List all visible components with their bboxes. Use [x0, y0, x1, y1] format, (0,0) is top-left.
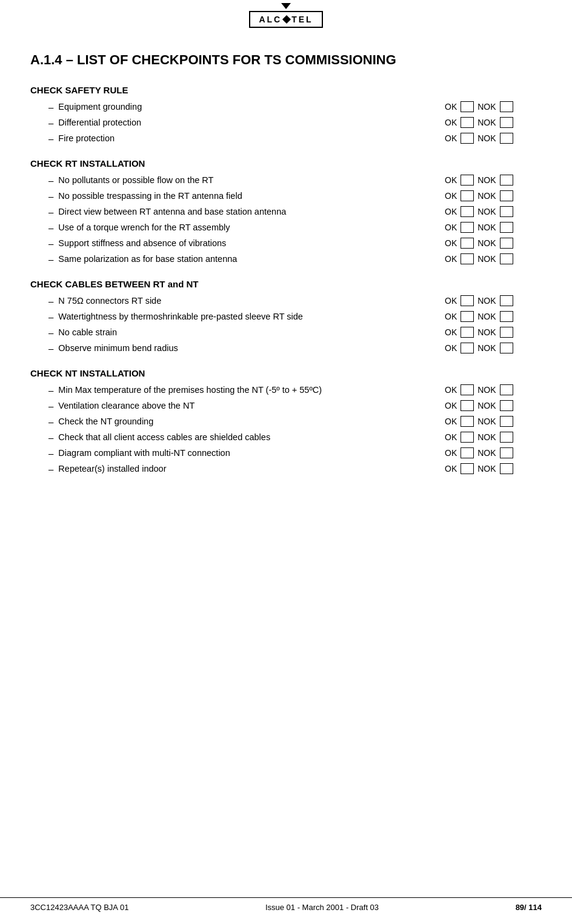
nok-checkbox[interactable] [500, 311, 513, 322]
ok-checkbox[interactable] [461, 343, 474, 353]
ok-checkbox[interactable] [461, 432, 474, 443]
ok-nok-group: OKNOK [445, 327, 542, 338]
page-title: A.1.4 – LIST OF CHECKPOINTS FOR TS COMMI… [30, 52, 542, 68]
ok-checkbox[interactable] [461, 238, 474, 249]
ok-checkbox[interactable] [461, 101, 474, 112]
ok-checkbox[interactable] [461, 327, 474, 338]
nok-label: NOK [477, 118, 496, 127]
ok-nok-group: OKNOK [445, 295, 542, 306]
nok-label: NOK [477, 312, 496, 321]
dash-icon: – [48, 464, 53, 474]
logo-arrow-icon [281, 3, 291, 9]
list-item: –Ventilation clearance above the NTOKNOK [30, 400, 542, 411]
dash-icon: – [48, 343, 53, 353]
nok-checkbox[interactable] [500, 295, 513, 306]
nok-checkbox[interactable] [500, 133, 513, 144]
ok-nok-group: OKNOK [445, 238, 542, 249]
ok-checkbox[interactable] [461, 384, 474, 395]
dash-icon: – [48, 417, 53, 427]
section-title-2: CHECK CABLES BETWEEN RT and NT [30, 279, 542, 289]
nok-checkbox[interactable] [500, 416, 513, 427]
ok-checkbox[interactable] [461, 295, 474, 306]
ok-label: OK [445, 238, 457, 248]
dash-icon: – [48, 254, 53, 264]
ok-label: OK [445, 296, 457, 306]
ok-label: OK [445, 343, 457, 353]
nok-checkbox[interactable] [500, 175, 513, 186]
ok-label: OK [445, 385, 457, 395]
item-text: Equipment grounding [58, 102, 433, 112]
list-item: –Repetear(s) installed indoorOKNOK [30, 463, 542, 474]
list-item: –Equipment groundingOKNOK [30, 101, 542, 112]
nok-checkbox[interactable] [500, 238, 513, 249]
list-item: –Direct view between RT antenna and base… [30, 206, 542, 217]
ok-nok-group: OKNOK [445, 432, 542, 443]
sections-container: CHECK SAFETY RULE–Equipment groundingOKN… [30, 85, 542, 474]
ok-label: OK [445, 312, 457, 321]
ok-label: OK [445, 448, 457, 458]
nok-checkbox[interactable] [500, 190, 513, 201]
nok-checkbox[interactable] [500, 432, 513, 443]
dash-icon: – [48, 327, 53, 338]
ok-checkbox[interactable] [461, 190, 474, 201]
nok-checkbox[interactable] [500, 384, 513, 395]
ok-nok-group: OKNOK [445, 400, 542, 411]
ok-nok-group: OKNOK [445, 416, 542, 427]
nok-label: NOK [477, 254, 496, 264]
dash-icon: – [48, 296, 53, 306]
list-item: –Watertightness by thermoshrinkable pre-… [30, 311, 542, 322]
nok-checkbox[interactable] [500, 101, 513, 112]
item-text: Ventilation clearance above the NT [58, 401, 433, 410]
nok-checkbox[interactable] [500, 463, 513, 474]
ok-checkbox[interactable] [461, 133, 474, 144]
section-title-1: CHECK RT INSTALLATION [30, 158, 542, 169]
list-item: –No possible trespassing in the RT anten… [30, 190, 542, 201]
ok-label: OK [445, 207, 457, 216]
ok-checkbox[interactable] [461, 222, 474, 233]
nok-label: NOK [477, 401, 496, 410]
ok-checkbox[interactable] [461, 117, 474, 128]
ok-label: OK [445, 102, 457, 112]
item-text: Observe minimum bend radius [58, 343, 433, 353]
ok-label: OK [445, 401, 457, 410]
nok-label: NOK [477, 175, 496, 185]
ok-checkbox[interactable] [461, 416, 474, 427]
ok-nok-group: OKNOK [445, 222, 542, 233]
section-0: CHECK SAFETY RULE–Equipment groundingOKN… [30, 85, 542, 144]
nok-checkbox[interactable] [500, 117, 513, 128]
nok-label: NOK [477, 417, 496, 426]
nok-checkbox[interactable] [500, 343, 513, 353]
nok-checkbox[interactable] [500, 206, 513, 217]
page-header: ALC TEL [0, 0, 572, 34]
nok-checkbox[interactable] [500, 447, 513, 458]
ok-nok-group: OKNOK [445, 384, 542, 395]
ok-label: OK [445, 417, 457, 426]
dash-icon: – [48, 191, 53, 201]
ok-checkbox[interactable] [461, 400, 474, 411]
ok-checkbox[interactable] [461, 463, 474, 474]
ok-nok-group: OKNOK [445, 463, 542, 474]
list-item: –Diagram compliant with multi-NT connect… [30, 447, 542, 458]
item-text: Check the NT grounding [58, 417, 433, 426]
ok-label: OK [445, 223, 457, 232]
ok-nok-group: OKNOK [445, 175, 542, 186]
ok-checkbox[interactable] [461, 447, 474, 458]
logo-text-right: TEL [291, 15, 313, 24]
section-title-0: CHECK SAFETY RULE [30, 85, 542, 95]
ok-nok-group: OKNOK [445, 101, 542, 112]
nok-checkbox[interactable] [500, 222, 513, 233]
ok-checkbox[interactable] [461, 311, 474, 322]
ok-checkbox[interactable] [461, 206, 474, 217]
nok-checkbox[interactable] [500, 400, 513, 411]
list-item: –Differential protectionOKNOK [30, 117, 542, 128]
nok-label: NOK [477, 448, 496, 458]
nok-checkbox[interactable] [500, 327, 513, 338]
ok-label: OK [445, 118, 457, 127]
logo-box: ALC TEL [249, 11, 322, 28]
ok-checkbox[interactable] [461, 175, 474, 186]
nok-checkbox[interactable] [500, 253, 513, 264]
logo-text-left: ALC [259, 15, 282, 24]
ok-checkbox[interactable] [461, 253, 474, 264]
ok-label: OK [445, 133, 457, 143]
dash-icon: – [48, 175, 53, 186]
